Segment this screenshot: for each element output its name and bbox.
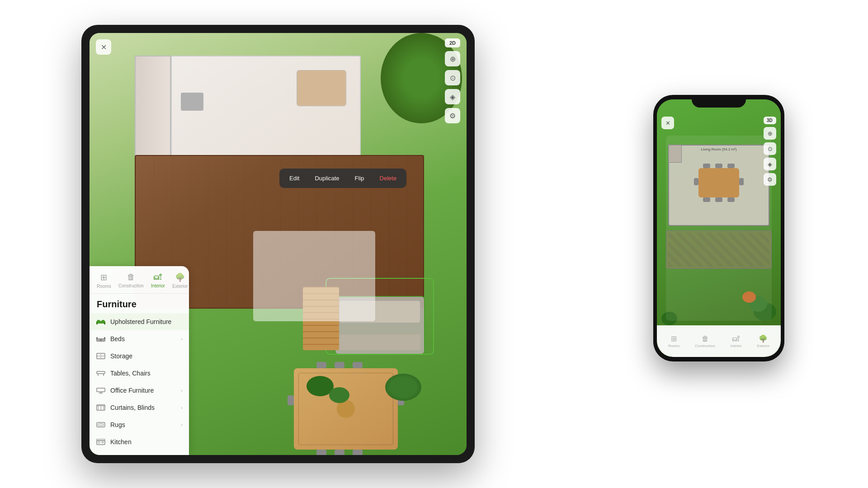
camera-icon[interactable]: ⊙ (445, 70, 460, 85)
svg-rect-3 (96, 322, 98, 324)
tab-rooms[interactable]: ⊞ Rooms (93, 271, 115, 291)
svg-point-13 (100, 357, 101, 358)
bush-decoration-2 (329, 387, 349, 403)
phone-tab-interior[interactable]: 🛋 Interior (731, 335, 742, 348)
plant-decoration (385, 374, 421, 401)
sidebar-item-curtains[interactable]: Curtains, Blinds › (90, 399, 189, 416)
close-button-tablet[interactable]: ✕ (96, 39, 111, 55)
rugs-label: Rugs (110, 421, 176, 428)
floorplan-dining-table (698, 168, 739, 197)
storage-label: Storage (110, 352, 183, 360)
floorplan-main-room: Living Room (54.2 m²) (668, 145, 769, 226)
floorplan-small-room (668, 145, 682, 163)
sidebar-item-office[interactable]: Office Furniture › (90, 382, 189, 399)
sidebar-item-rugs[interactable]: Rugs › (90, 416, 189, 433)
tablet-device: Edit Duplicate Flip Delete ✕ 2D ⊕ ⊙ ◈ ⚙ (81, 25, 475, 463)
delete-button[interactable]: Delete (373, 171, 404, 185)
view-mode-badge[interactable]: 2D (445, 38, 460, 47)
svg-rect-2 (102, 320, 104, 322)
view3d-icon[interactable]: ◈ (445, 89, 460, 104)
sofa-icon (96, 318, 106, 326)
duplicate-button[interactable]: Duplicate (307, 171, 346, 185)
svg-rect-1 (97, 320, 100, 322)
settings-icon[interactable]: ⚙ (445, 108, 460, 123)
phone-camera-icon[interactable]: ⊙ (764, 142, 776, 155)
edit-button[interactable]: Edit (282, 171, 307, 185)
svg-rect-9 (104, 337, 105, 339)
room-label: Living Room (54.2 m²) (701, 147, 736, 151)
office-chevron: › (181, 388, 183, 393)
beds-chevron: › (181, 336, 183, 342)
svg-rect-23 (98, 424, 104, 426)
kitchen-label: Kitchen (110, 438, 183, 446)
floorplan-deck (666, 230, 772, 269)
svg-point-27 (102, 441, 104, 443)
office-label: Office Furniture (110, 387, 176, 394)
kitchen-icon (96, 438, 106, 446)
sidebar-panel: ⊞ Rooms 🗑 Construction 🛋 Interior 🌳 Exte… (90, 266, 189, 455)
phone-view-badge[interactable]: 3D (764, 117, 776, 124)
phone-tab-construction[interactable]: 🗑 Construction (695, 335, 715, 348)
tablet-right-toolbar: 2D ⊕ ⊙ ◈ ⚙ (445, 38, 460, 123)
sidebar-item-kitchen[interactable]: Kitchen (90, 433, 189, 450)
phone-3dview-icon[interactable]: ◈ (764, 158, 776, 170)
sidebar-item-upholstered[interactable]: Upholstered Furniture (90, 313, 189, 330)
app-scene: Edit Duplicate Flip Delete ✕ 2D ⊕ ⊙ ◈ ⚙ (0, 0, 868, 488)
curtains-chevron: › (181, 405, 183, 410)
phone-notch (692, 95, 746, 108)
sidebar-item-beds[interactable]: Beds › (90, 330, 189, 347)
sidebar-item-tables[interactable]: Tables, Chairs (90, 365, 189, 382)
svg-point-12 (100, 354, 101, 355)
beds-label: Beds (110, 335, 176, 343)
phone-floorplan: Living Room (54.2 m²) (666, 136, 772, 321)
phone-bottom-bar: ⊞ Rooms 🗑 Construction 🛋 Interior 🌳 Exte… (657, 325, 781, 357)
storage-icon (96, 352, 106, 360)
orbit-icon[interactable]: ⊕ (445, 51, 460, 66)
tablet-screen: Edit Duplicate Flip Delete ✕ 2D ⊕ ⊙ ◈ ⚙ (90, 33, 467, 455)
upholstered-label: Upholstered Furniture (110, 318, 183, 325)
phone-close-button[interactable]: ✕ (661, 117, 674, 129)
flip-button[interactable]: Flip (348, 171, 372, 185)
tab-construction[interactable]: 🗑 Construction (115, 271, 147, 291)
svg-rect-8 (96, 337, 98, 339)
context-menu: Edit Duplicate Flip Delete (279, 169, 406, 188)
curtains-label: Curtains, Blinds (110, 404, 176, 411)
table-icon (96, 369, 106, 377)
sidebar-item-storage[interactable]: Storage (90, 347, 189, 365)
phone-screen: ✕ 3D ⊕ ⊙ ◈ ⚙ Living Room (54.2 m²) (657, 99, 781, 357)
office-icon (96, 386, 106, 394)
svg-rect-4 (104, 322, 105, 324)
sidebar-tabs: ⊞ Rooms 🗑 Construction 🛋 Interior 🌳 Exte… (90, 266, 189, 294)
svg-rect-14 (97, 371, 105, 374)
tables-label: Tables, Chairs (110, 370, 183, 377)
svg-rect-25 (97, 439, 105, 441)
sidebar-title: Furniture (90, 294, 189, 313)
phone-device: ✕ 3D ⊕ ⊙ ◈ ⚙ Living Room (54.2 m²) (653, 95, 784, 361)
svg-rect-17 (97, 388, 105, 392)
tab-exterior[interactable]: 🌳 Exterior (169, 271, 191, 291)
phone-top-bar: ✕ 3D ⊕ ⊙ ◈ ⚙ (661, 117, 776, 129)
curtains-icon (96, 404, 106, 412)
phone-tab-rooms[interactable]: ⊞ Rooms (668, 334, 679, 348)
phone-settings-icon[interactable]: ⚙ (764, 173, 776, 186)
svg-point-26 (98, 441, 100, 443)
rugs-chevron: › (181, 422, 183, 427)
rugs-icon (96, 421, 106, 429)
phone-tab-exterior[interactable]: 🌳 Exterior (757, 334, 770, 348)
phone-orbit-icon[interactable]: ⊕ (764, 127, 776, 140)
bed-icon (96, 335, 106, 343)
tab-interior[interactable]: 🛋 Interior (147, 271, 169, 291)
